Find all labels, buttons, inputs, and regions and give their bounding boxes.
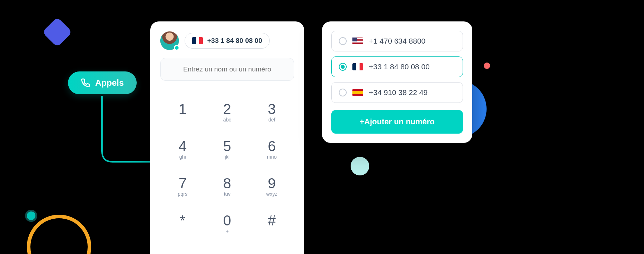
dialer-header: +33 1 84 80 08 00 xyxy=(160,31,294,50)
current-number-chip[interactable]: +33 1 84 80 08 00 xyxy=(185,33,270,49)
flag-us-icon xyxy=(352,38,363,45)
flag-fr-icon xyxy=(352,63,363,70)
number-text: +1 470 634 8800 xyxy=(369,37,425,45)
keypad-key-#[interactable]: # xyxy=(249,205,294,242)
key-digit: 4 xyxy=(179,139,186,153)
key-digit: # xyxy=(268,213,276,228)
number-option[interactable]: +1 470 634 8800 xyxy=(331,31,463,51)
keypad-key-8[interactable]: 8tuv xyxy=(205,168,250,205)
flag-france-icon xyxy=(192,37,203,44)
key-digit: 7 xyxy=(179,176,186,190)
key-digit: * xyxy=(180,213,186,228)
keypad-key-5[interactable]: 5jkl xyxy=(205,131,250,168)
key-letters: jkl xyxy=(225,154,229,160)
radio-icon xyxy=(339,37,347,45)
calls-label: Appels xyxy=(95,78,124,88)
key-digit: 2 xyxy=(223,102,231,116)
number-option[interactable]: +34 910 38 22 49 xyxy=(331,82,463,103)
add-number-button[interactable]: +Ajouter un numéro xyxy=(331,110,463,134)
key-digit: 0 xyxy=(223,213,231,228)
key-letters: def xyxy=(268,117,275,123)
decoration-dot-teal xyxy=(25,210,37,222)
keypad-key-3[interactable]: 3def xyxy=(249,94,294,131)
presence-indicator xyxy=(174,45,180,51)
key-digit: 1 xyxy=(179,102,186,116)
key-digit: 8 xyxy=(223,176,231,190)
flag-es-icon xyxy=(352,89,363,96)
number-text: +33 1 84 80 08 00 xyxy=(369,63,430,71)
dial-input[interactable] xyxy=(160,58,294,81)
numbers-panel: +1 470 634 8800+33 1 84 80 08 00+34 910 … xyxy=(322,21,472,143)
decoration-diamond xyxy=(42,17,73,48)
key-letters: tuv xyxy=(224,191,231,197)
connector-line xyxy=(100,96,154,164)
keypad-key-*[interactable]: * xyxy=(160,205,205,242)
keypad-key-0[interactable]: 0+ xyxy=(205,205,250,242)
keypad-key-7[interactable]: 7pqrs xyxy=(160,168,205,205)
radio-icon xyxy=(339,89,347,96)
key-digit: 9 xyxy=(268,176,276,190)
decoration-circle-teal xyxy=(351,157,369,175)
phone-icon xyxy=(81,78,90,88)
keypad-key-2[interactable]: 2abc xyxy=(205,94,250,131)
key-letters: wxyz xyxy=(266,191,277,197)
key-digit: 3 xyxy=(268,102,276,116)
key-letters: ghi xyxy=(179,154,186,160)
current-number-text: +33 1 84 80 08 00 xyxy=(207,37,262,45)
calls-pill[interactable]: Appels xyxy=(68,71,137,94)
number-option[interactable]: +33 1 84 80 08 00 xyxy=(331,56,463,77)
decoration-dot-coral xyxy=(484,63,490,69)
key-letters: + xyxy=(226,228,229,234)
keypad-key-9[interactable]: 9wxyz xyxy=(249,168,294,205)
keypad: 12abc3def4ghi5jkl6mno7pqrs8tuv9wxyz*0+# xyxy=(160,94,294,242)
number-text: +34 910 38 22 49 xyxy=(369,88,428,97)
keypad-key-4[interactable]: 4ghi xyxy=(160,131,205,168)
radio-icon xyxy=(339,63,347,71)
key-letters: pqrs xyxy=(178,191,187,197)
key-letters: mno xyxy=(267,154,277,160)
avatar[interactable] xyxy=(160,31,179,50)
key-digit: 5 xyxy=(223,139,231,153)
keypad-key-6[interactable]: 6mno xyxy=(249,131,294,168)
key-letters: abc xyxy=(223,117,231,123)
keypad-key-1[interactable]: 1 xyxy=(160,94,205,131)
dialer-card: +33 1 84 80 08 00 12abc3def4ghi5jkl6mno7… xyxy=(150,21,304,254)
decoration-ring-yellow xyxy=(27,215,91,254)
key-digit: 6 xyxy=(268,139,276,153)
